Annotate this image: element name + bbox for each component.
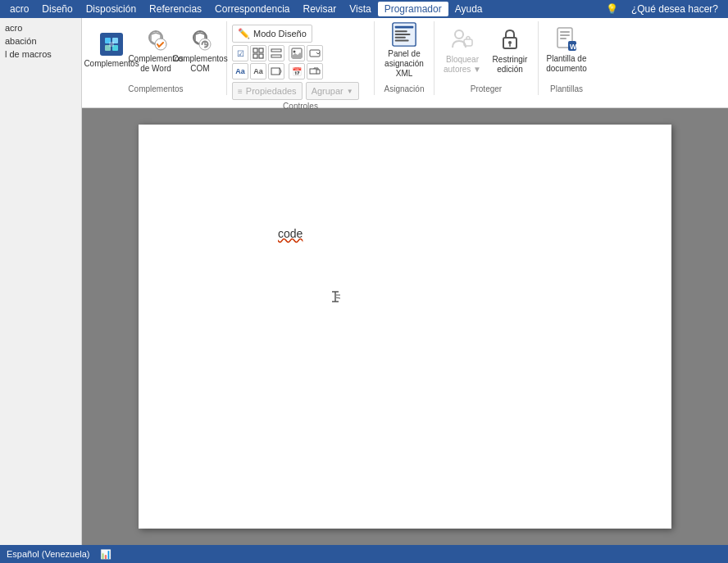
menu-revisar[interactable]: Revisar [296,2,343,16]
proteger-group: Bloquearautores ▼ Restringired [435,21,539,95]
svg-rect-16 [271,49,281,52]
panel-asignacion-button[interactable]: Panel deasignación XML [380,23,429,77]
svg-text:W: W [570,43,577,51]
bloquear-autores-label: Bloquearautores ▼ [444,55,481,75]
svg-point-20 [293,51,296,53]
sidebar-macros[interactable]: l de macros [5,48,76,61]
svg-rect-27 [395,37,406,39]
text-cursor-icon [327,288,344,305]
ctrl-list1[interactable] [268,45,284,61]
svg-rect-12 [253,48,257,52]
ctrl-ab[interactable]: Aa [232,63,248,79]
svg-rect-25 [395,30,407,32]
modo-diseno-label: Modo Diseño [253,29,307,39]
ctrl-combo[interactable] [268,63,284,79]
complementos-com-button[interactable]: ComplementosCOM [179,23,221,77]
plantillas-group: W Plantilla dedocumento Plantillas [539,21,594,95]
svg-rect-15 [259,54,263,58]
status-icon: 📊 [100,549,111,560]
left-sidebar: acro abación l de macros [0,18,82,545]
ctrl-dropdown[interactable] [307,45,323,61]
ribbon: Complementos [82,18,728,108]
svg-point-29 [455,30,463,39]
document-content[interactable]: code [188,157,622,496]
controles-group: ✏️ Modo Diseño ☑ [227,21,375,95]
ctrl-img[interactable] [289,45,305,61]
ctrl-checkbox[interactable]: ☑ [232,45,248,61]
complementos-button[interactable]: Complementos [90,23,133,77]
ctrl-grid1[interactable] [250,45,266,61]
svg-rect-22 [310,69,316,74]
menu-disposicion[interactable]: Disposición [80,2,143,16]
status-bar: Español (Venezuela) 📊 [0,545,728,563]
complementos-com-label: ComplementosCOM [172,54,227,74]
cursor-position [327,288,344,307]
document-area-wrapper: code [82,108,728,545]
svg-rect-36 [560,34,570,36]
menu-vista[interactable]: Vista [343,2,377,16]
word-code: code [278,227,303,240]
sidebar-acro[interactable]: acro [5,21,76,34]
menu-ayuda[interactable]: Ayuda [448,2,489,16]
svg-rect-26 [395,34,411,35]
svg-rect-14 [253,54,257,58]
complementos-group: Complementos [85,21,227,95]
propiedades-label: Propiedades [246,86,297,96]
svg-rect-13 [259,48,263,52]
document-area[interactable]: code [82,108,728,545]
menu-acro[interactable]: acro [3,2,35,16]
svg-rect-28 [395,40,409,42]
menu-bar: acro Diseño Disposición Referencias Corr… [0,0,728,18]
proteger-group-label: Proteger [471,84,502,93]
agrupar-label: Agrupar [312,86,344,96]
plantilla-documento-label: Plantilla dedocumento [546,54,586,74]
svg-rect-17 [271,55,281,57]
svg-rect-24 [395,26,414,29]
ctrl-more[interactable] [307,63,323,79]
modo-diseno-button[interactable]: ✏️ Modo Diseño [232,25,312,43]
asignacion-group-label: Asignación [384,84,425,93]
svg-rect-37 [560,38,566,39]
menu-referencias[interactable]: Referencias [143,2,208,16]
menu-correspondencia[interactable]: Correspondencia [208,2,296,16]
complementos-word-button[interactable]: Complementosde Word [134,23,177,77]
restringir-edicion-label: Restringiredición [493,55,528,75]
svg-rect-5 [109,42,114,47]
bloquear-autores-button[interactable]: Bloquearautores ▼ [439,23,485,77]
ctrl-calendar[interactable]: 📅 [289,63,305,79]
sidebar-abacion[interactable]: abación [5,34,76,48]
document-page[interactable]: code [139,125,671,529]
plantillas-group-label: Plantillas [550,84,583,93]
svg-line-44 [336,297,340,298]
svg-rect-35 [560,31,570,33]
propiedades-icon: ≡ [238,87,243,96]
controles-group-label: Controles [283,102,318,111]
pencil-icon: ✏️ [238,28,250,39]
agrupar-arrow: ▼ [347,88,353,95]
svg-point-32 [508,41,512,44]
lightbulb-icon: 💡 [599,2,625,16]
propiedades-button[interactable]: ≡ Propiedades [232,82,303,100]
asignacion-group: Panel deasignación XML Asignación [375,21,435,95]
help-what-label[interactable]: ¿Qué desea hacer? [625,2,725,16]
menu-programador[interactable]: Programador [378,2,448,16]
restringir-edicion-button[interactable]: Restringiredición [487,23,533,77]
document-text-block: code [278,227,303,240]
panel-asignacion-label: Panel deasignación XML [381,49,427,79]
svg-rect-21 [310,50,320,57]
plantilla-documento-button[interactable]: W Plantilla dedocumento [544,23,589,77]
complementos-group-label: Complementos [128,84,183,93]
menu-diseno[interactable]: Diseño [35,2,79,16]
svg-rect-18 [271,68,280,75]
ctrl-ab2[interactable]: Aa [250,63,266,79]
language-status: Español (Venezuela) [7,549,90,559]
document-typed-text: code [278,227,303,240]
agrupar-button[interactable]: Agrupar ▼ [306,82,359,100]
